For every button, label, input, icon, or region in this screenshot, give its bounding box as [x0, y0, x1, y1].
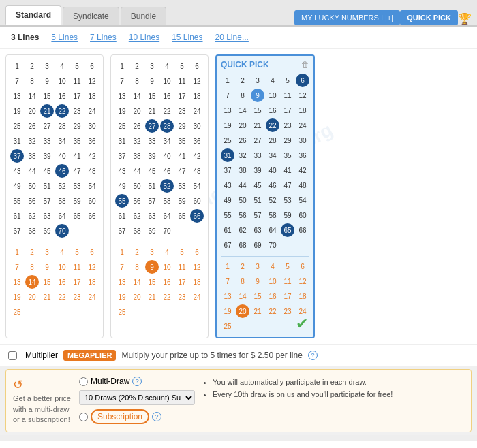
- g2-10[interactable]: 10: [160, 74, 174, 88]
- line-tab-5[interactable]: 5 Lines: [46, 31, 83, 44]
- g2-24[interactable]: 24: [190, 104, 204, 118]
- bonus-18[interactable]: 18: [85, 275, 99, 289]
- g3b-3[interactable]: 3: [251, 259, 264, 273]
- num-22[interactable]: 22: [55, 104, 69, 118]
- g3-28[interactable]: 28: [266, 133, 279, 147]
- num-33[interactable]: 33: [40, 134, 54, 148]
- g2b-20[interactable]: 20: [130, 290, 144, 304]
- g3-62[interactable]: 62: [236, 223, 249, 237]
- num-63[interactable]: 63: [40, 209, 54, 223]
- g2-47[interactable]: 47: [175, 164, 189, 178]
- num-62[interactable]: 62: [25, 209, 39, 223]
- g2-21[interactable]: 21: [145, 104, 159, 118]
- g2-54[interactable]: 54: [190, 179, 204, 193]
- g2-48[interactable]: 48: [190, 164, 204, 178]
- g2-1[interactable]: 1: [115, 59, 129, 73]
- g2b-13[interactable]: 13: [115, 275, 129, 289]
- g3-3[interactable]: 3: [251, 74, 264, 87]
- num-40[interactable]: 40: [55, 149, 69, 163]
- g3-26[interactable]: 26: [236, 133, 249, 147]
- g3-52[interactable]: 52: [266, 193, 279, 207]
- num-25[interactable]: 25: [10, 119, 24, 133]
- line-tab-15[interactable]: 15 Lines: [166, 31, 208, 44]
- g3-8[interactable]: 8: [236, 89, 249, 102]
- g2-3[interactable]: 3: [145, 59, 159, 73]
- multi-draw-help-icon[interactable]: ?: [132, 377, 142, 386]
- g2-9[interactable]: 9: [145, 74, 159, 88]
- g3-14[interactable]: 14: [236, 103, 249, 117]
- line-tab-20[interactable]: 20 Line...: [210, 31, 254, 44]
- bonus-3[interactable]: 3: [40, 245, 54, 259]
- num-6[interactable]: 6: [85, 59, 99, 73]
- g3-4[interactable]: 4: [266, 74, 279, 87]
- bonus-19[interactable]: 19: [10, 290, 24, 304]
- num-3[interactable]: 3: [40, 59, 54, 73]
- num-32[interactable]: 32: [25, 134, 39, 148]
- bonus-25[interactable]: 25: [10, 305, 24, 319]
- g2-60[interactable]: 60: [190, 194, 204, 208]
- num-10[interactable]: 10: [55, 74, 69, 88]
- g3-54[interactable]: 54: [296, 193, 309, 207]
- num-27[interactable]: 27: [40, 119, 54, 133]
- g2-40[interactable]: 40: [160, 149, 174, 163]
- num-49[interactable]: 49: [10, 179, 24, 193]
- num-21[interactable]: 21: [40, 104, 54, 118]
- num-23[interactable]: 23: [70, 104, 84, 118]
- g3-44[interactable]: 44: [236, 178, 249, 192]
- g2-57[interactable]: 57: [145, 194, 159, 208]
- bonus-10[interactable]: 10: [55, 260, 69, 274]
- g2-34[interactable]: 34: [160, 134, 174, 148]
- line-tab-7[interactable]: 7 Lines: [84, 31, 122, 44]
- g3-29[interactable]: 29: [281, 133, 294, 147]
- g2b-18[interactable]: 18: [190, 275, 204, 289]
- g2b-25[interactable]: 25: [115, 305, 129, 319]
- g3-46[interactable]: 46: [266, 178, 279, 192]
- g3-53[interactable]: 53: [281, 193, 294, 207]
- line-tab-10[interactable]: 10 Lines: [123, 31, 165, 44]
- g2b-22[interactable]: 22: [160, 290, 174, 304]
- g3-61[interactable]: 61: [221, 223, 234, 237]
- g3-55[interactable]: 55: [221, 208, 234, 222]
- num-37[interactable]: 37: [10, 149, 24, 163]
- bonus-12[interactable]: 12: [85, 260, 99, 274]
- num-29[interactable]: 29: [70, 119, 84, 133]
- g2-16[interactable]: 16: [160, 89, 174, 103]
- num-52[interactable]: 52: [55, 179, 69, 193]
- g3-34[interactable]: 34: [266, 148, 279, 162]
- bonus-4[interactable]: 4: [55, 245, 69, 259]
- g3b-17[interactable]: 17: [281, 289, 294, 303]
- g3-1[interactable]: 1: [221, 74, 234, 87]
- g2-2[interactable]: 2: [130, 59, 144, 73]
- g3-35[interactable]: 35: [281, 148, 294, 162]
- num-9[interactable]: 9: [40, 74, 54, 88]
- g2-8[interactable]: 8: [130, 74, 144, 88]
- g3-13[interactable]: 13: [221, 103, 234, 117]
- g2-44[interactable]: 44: [130, 164, 144, 178]
- num-17[interactable]: 17: [70, 89, 84, 103]
- g2-59[interactable]: 59: [175, 194, 189, 208]
- g2b-7[interactable]: 7: [115, 260, 129, 274]
- g2-4[interactable]: 4: [160, 59, 174, 73]
- g3b-5[interactable]: 5: [281, 259, 294, 273]
- g2-53[interactable]: 53: [175, 179, 189, 193]
- g2-67[interactable]: 67: [115, 224, 129, 238]
- num-46[interactable]: 46: [55, 164, 69, 178]
- num-11[interactable]: 11: [70, 74, 84, 88]
- g3b-19[interactable]: 19: [221, 304, 234, 318]
- g2-29[interactable]: 29: [175, 119, 189, 133]
- g2-69[interactable]: 69: [145, 224, 159, 238]
- num-14[interactable]: 14: [25, 89, 39, 103]
- num-50[interactable]: 50: [25, 179, 39, 193]
- g3-20[interactable]: 20: [236, 118, 249, 132]
- g3-18[interactable]: 18: [296, 103, 309, 117]
- num-24[interactable]: 24: [85, 104, 99, 118]
- g3-7[interactable]: 7: [221, 89, 234, 102]
- g2-25[interactable]: 25: [115, 119, 129, 133]
- g3-70[interactable]: 70: [266, 238, 279, 252]
- tab-bundle[interactable]: Bundle: [121, 7, 166, 25]
- num-41[interactable]: 41: [70, 149, 84, 163]
- g2-50[interactable]: 50: [130, 179, 144, 193]
- g2-62[interactable]: 62: [130, 209, 144, 223]
- num-8[interactable]: 8: [25, 74, 39, 88]
- num-70[interactable]: 70: [55, 224, 69, 238]
